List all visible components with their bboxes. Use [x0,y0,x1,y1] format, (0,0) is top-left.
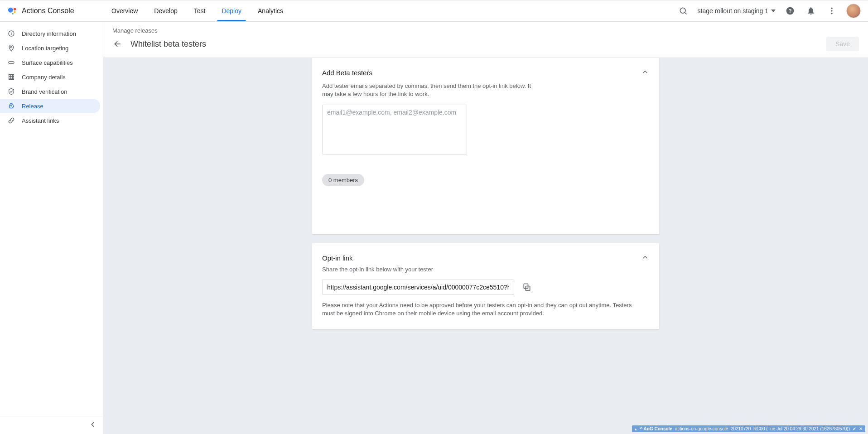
tab-overview[interactable]: Overview [103,0,146,21]
sidebar-item-brand-verification[interactable]: Brand verification [0,84,100,99]
breadcrumb[interactable]: Manage releases [112,27,859,34]
build-text: actions-on-google-console_20210720_RC00 … [675,426,850,431]
svg-point-4 [680,8,685,13]
notifications-icon[interactable] [805,5,817,17]
svg-point-21 [11,105,12,106]
svg-rect-15 [9,62,14,63]
project-picker[interactable]: stage rollout on staging 1 [698,7,776,14]
svg-point-2 [14,11,15,13]
collapse-card-button[interactable] [641,253,649,263]
svg-point-9 [831,10,832,11]
more-menu-icon[interactable] [825,5,838,17]
card-title: Opt-in link [322,254,353,262]
build-prefix: ^ AoG Console [640,426,672,431]
sidebar-item-label: Surface capabilities [22,59,73,66]
tester-emails-input[interactable] [322,105,467,154]
svg-point-14 [10,46,12,48]
collapse-card-button[interactable] [641,68,649,77]
sidebar-item-label: Location targeting [22,45,68,52]
sidebar-item-directory-information[interactable]: Directory information [0,26,100,41]
surface-icon [7,58,15,67]
help-icon[interactable]: ? [784,5,796,17]
brand[interactable]: Actions Console [0,6,103,16]
svg-point-8 [831,8,832,9]
sidebar-item-surface-capabilities[interactable]: Surface capabilities [0,55,100,70]
card-add-beta-testers: Add Beta testers Add tester emails separ… [312,58,659,234]
sidebar-item-label: Brand verification [22,88,67,95]
back-button[interactable] [112,39,123,49]
svg-point-0 [8,8,13,13]
opt-in-note: Please note that your Actions need to be… [322,301,639,318]
company-icon [7,73,15,81]
members-chip[interactable]: 0 members [322,174,364,186]
sidebar-item-label: Directory information [22,30,76,37]
svg-point-3 [12,13,14,14]
tab-develop[interactable]: Develop [146,0,185,21]
build-check-icon: ✔ [853,426,856,431]
sidebar-item-label: Company details [22,74,66,81]
page-title: Whitelist beta testers [130,39,206,49]
project-picker-label: stage rollout on staging 1 [698,7,768,14]
sidebar-item-assistant-links[interactable]: Assistant links [0,113,100,128]
save-button[interactable]: Save [826,37,859,51]
sidebar-collapse[interactable] [0,416,103,434]
card-title: Add Beta testers [322,69,372,77]
assistant-logo-icon [7,6,17,16]
svg-point-10 [831,13,832,14]
card-description: Add tester emails separated by commas, t… [322,82,535,98]
tab-test[interactable]: Test [186,0,214,21]
chevron-left-icon [89,421,96,429]
tab-analytics[interactable]: Analytics [250,0,291,21]
opt-in-link-field[interactable] [322,280,514,295]
sidebar: Directory information Location targeting… [0,22,103,434]
link-icon [7,116,15,125]
card-opt-in-link: Opt-in link Share the opt-in link below … [312,243,659,329]
copy-link-button[interactable] [521,281,533,294]
sidebar-item-label: Assistant links [22,117,59,124]
sidebar-item-location-targeting[interactable]: Location targeting [0,41,100,55]
brand-name: Actions Console [22,7,74,15]
avatar[interactable] [846,4,861,18]
main: Manage releases Whitelist beta testers S… [103,22,868,434]
svg-point-13 [11,32,11,32]
tab-deploy[interactable]: Deploy [213,0,250,21]
svg-text:?: ? [788,8,791,14]
location-icon [7,44,15,52]
build-close-icon[interactable]: ✕ [859,426,863,431]
top-right-controls: stage rollout on staging 1 ? [677,4,861,18]
svg-line-5 [685,13,686,14]
content-area: Add Beta testers Add tester emails separ… [103,58,868,434]
sidebar-item-label: Release [22,103,43,110]
build-caret-icon[interactable]: ▴ [635,427,637,431]
search-icon[interactable] [677,5,690,17]
rocket-icon [7,102,15,110]
info-icon [7,29,15,38]
top-tabs: Overview Develop Test Deploy Analytics [103,0,291,21]
build-info-badge: ▴ ^ AoG Console actions-on-google-consol… [632,425,865,432]
dropdown-icon [771,7,776,14]
card-description: Share the opt-in link below with your te… [322,265,535,274]
svg-rect-16 [9,75,14,80]
sidebar-item-release[interactable]: Release [0,99,100,113]
app-bar: Actions Console Overview Develop Test De… [0,0,868,22]
svg-point-1 [14,8,16,10]
main-header: Manage releases Whitelist beta testers S… [103,22,868,58]
sidebar-item-company-details[interactable]: Company details [0,70,100,84]
verified-icon [7,87,15,96]
